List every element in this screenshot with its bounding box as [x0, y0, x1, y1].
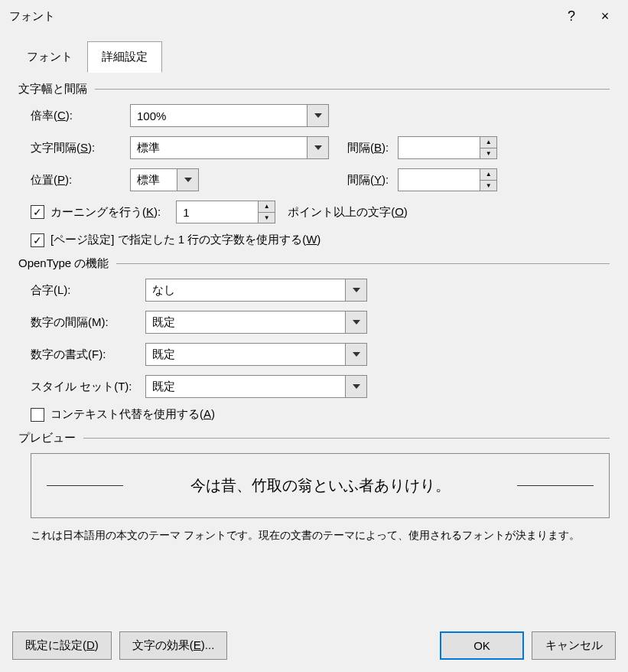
group-spacing-title: 文字幅と間隔 [18, 82, 610, 96]
numforms-combo[interactable] [145, 343, 367, 366]
chevron-down-icon[interactable] [307, 105, 328, 126]
by-y-input[interactable] [399, 169, 480, 191]
bottom-bar: 既定に設定(D) 文字の効果(E)... OK キャンセル [0, 619, 628, 672]
ligatures-combo[interactable] [145, 279, 367, 302]
by-b-spinner[interactable]: ▲ ▼ [398, 136, 497, 159]
numforms-label: 数字の書式(F): [31, 347, 145, 362]
usepage-label: [ページ設定] で指定した 1 行の文字数を使用する(W) [50, 233, 321, 247]
group-preview-title: プレビュー [18, 431, 610, 445]
by-b-label: 間隔(B): [347, 141, 389, 155]
kerning-input[interactable] [177, 201, 258, 223]
preview-text: 今は昔、竹取の翁といふ者ありけり。 [129, 475, 511, 496]
styleset-combo[interactable] [145, 375, 367, 398]
chevron-down-icon[interactable] [345, 376, 366, 397]
tab-advanced[interactable]: 詳細設定 [87, 41, 162, 73]
position-combo[interactable] [130, 168, 199, 191]
chevron-down-icon[interactable] [345, 279, 366, 301]
position-input[interactable] [131, 169, 177, 191]
by-y-label: 間隔(Y): [347, 173, 389, 188]
help-icon[interactable]: ? [558, 8, 585, 24]
ligatures-label: 合字(L): [31, 283, 145, 298]
spinner-down-icon[interactable]: ▼ [480, 181, 496, 191]
tab-bar: フォント 詳細設定 [0, 32, 628, 73]
styleset-input[interactable] [146, 376, 345, 397]
scale-label: 倍率(C): [31, 109, 130, 123]
kerning-spinner[interactable]: ▲ ▼ [176, 201, 275, 223]
kerning-checkbox[interactable] [31, 205, 44, 219]
numspacing-combo[interactable] [145, 311, 367, 334]
spinner-down-icon[interactable]: ▼ [259, 213, 275, 223]
by-y-spinner[interactable]: ▲ ▼ [398, 168, 497, 191]
spinner-up-icon[interactable]: ▲ [480, 169, 496, 181]
numspacing-label: 数字の間隔(M): [31, 315, 145, 330]
numspacing-input[interactable] [146, 312, 345, 333]
cancel-button[interactable]: キャンセル [532, 631, 616, 660]
spinner-up-icon[interactable]: ▲ [480, 137, 496, 148]
preview-desc: これは日本語用の本文のテーマ フォントです。現在の文書のテーマによって、使用され… [18, 529, 610, 543]
set-default-button[interactable]: 既定に設定(D) [12, 631, 112, 660]
text-effects-button[interactable]: 文字の効果(E)... [119, 631, 228, 660]
preview-box: 今は昔、竹取の翁といふ者ありけり。 [31, 453, 610, 518]
ok-button[interactable]: OK [440, 631, 524, 660]
by-b-input[interactable] [399, 137, 480, 158]
context-checkbox[interactable] [31, 408, 44, 422]
ligatures-input[interactable] [146, 279, 345, 301]
spinner-down-icon[interactable]: ▼ [480, 148, 496, 159]
preview-line-right [517, 485, 594, 486]
kerning-after-label: ポイント以上の文字(O) [288, 205, 408, 220]
spinner-up-icon[interactable]: ▲ [259, 201, 275, 213]
chevron-down-icon[interactable] [177, 169, 198, 191]
numforms-input[interactable] [146, 344, 345, 365]
styleset-label: スタイル セット(T): [31, 380, 145, 394]
content-area: 文字幅と間隔 倍率(C): 文字間隔(S): 間隔(B): ▲ ▼ 位置(P): [0, 73, 628, 619]
tab-font[interactable]: フォント [12, 41, 87, 73]
chevron-down-icon[interactable] [345, 344, 366, 365]
chevron-down-icon[interactable] [345, 312, 366, 333]
spacing-label: 文字間隔(S): [31, 141, 130, 155]
spacing-input[interactable] [131, 137, 307, 158]
scale-input[interactable] [131, 105, 307, 126]
group-opentype-title: OpenType の機能 [18, 256, 610, 271]
position-label: 位置(P): [31, 173, 130, 188]
window-title: フォント [9, 9, 558, 24]
usepage-checkbox[interactable] [31, 233, 44, 247]
scale-combo[interactable] [130, 104, 329, 127]
close-icon[interactable]: × [591, 8, 619, 24]
kerning-label: カーニングを行う(K): [50, 205, 161, 220]
chevron-down-icon[interactable] [307, 137, 328, 158]
context-label: コンテキスト代替を使用する(A) [50, 407, 215, 422]
preview-line-left [47, 485, 123, 486]
titlebar: フォント ? × [0, 0, 628, 32]
spacing-combo[interactable] [130, 136, 329, 159]
